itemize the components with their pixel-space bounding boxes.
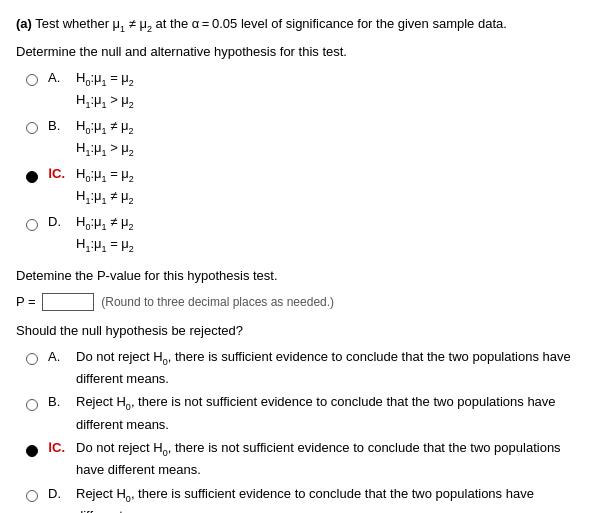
- p-value-input[interactable]: [42, 293, 94, 311]
- label-col-b: B.: [48, 116, 76, 136]
- h0-c: H0:μ1 = μ2: [76, 164, 582, 186]
- null-reject-label-text: Should the null hypothesis be rejected?: [16, 323, 243, 338]
- null-radio-col-d[interactable]: [26, 484, 48, 506]
- null-option-c[interactable]: ⅠC. Do not reject H0, there is not suffi…: [26, 438, 582, 480]
- radio-a[interactable]: [26, 74, 38, 86]
- null-radio-col-a[interactable]: [26, 347, 48, 369]
- p-value-label-text: Detemine the P-value for this hypothesis…: [16, 268, 278, 283]
- null-content-a: Do not reject H0, there is sufficient ev…: [76, 347, 582, 389]
- option-content-b: H0:μ1 ≠ μ2 H1:μ1 > μ2: [76, 116, 582, 160]
- null-option-d[interactable]: D. Reject H0, there is sufficient eviden…: [26, 484, 582, 513]
- h1-b: H1:μ1 > μ2: [76, 138, 582, 160]
- null-content-d: Reject H0, there is sufficient evidence …: [76, 484, 582, 513]
- null-label-col-a: A.: [48, 347, 76, 367]
- h1-a: H1:μ1 > μ2: [76, 90, 582, 112]
- p-value-round-note: (Round to three decimal places as needed…: [101, 293, 334, 311]
- p-value-section: Detemine the P-value for this hypothesis…: [16, 266, 582, 311]
- option-content-d: H0:μ1 ≠ μ2 H1:μ1 = μ2: [76, 212, 582, 256]
- null-radio-a[interactable]: [26, 353, 38, 365]
- null-content-b: Reject H0, there is not sufficient evide…: [76, 392, 582, 434]
- h1-c: H1:μ1 ≠ μ2: [76, 186, 582, 208]
- null-radio-col-b[interactable]: [26, 392, 48, 414]
- null-text-d: Reject H0, there is sufficient evidence …: [76, 486, 534, 513]
- null-option-label-d: D.: [48, 486, 61, 501]
- null-label-col-c: ⅠC.: [48, 438, 76, 458]
- null-radio-c[interactable]: [26, 445, 38, 457]
- option-content-c: H0:μ1 = μ2 H1:μ1 ≠ μ2: [76, 164, 582, 208]
- label-col-c: ⅠC.: [48, 164, 76, 184]
- p-eq-label: P =: [16, 292, 39, 312]
- option-label-d: D.: [48, 214, 61, 229]
- null-text-a: Do not reject H0, there is sufficient ev…: [76, 349, 571, 386]
- hypothesis-option-b[interactable]: B. H0:μ1 ≠ μ2 H1:μ1 > μ2: [26, 116, 582, 160]
- radio-c[interactable]: [26, 171, 38, 183]
- null-option-b[interactable]: B. Reject H0, there is not sufficient ev…: [26, 392, 582, 434]
- radio-col-c[interactable]: [26, 164, 48, 186]
- null-options: A. Do not reject H0, there is sufficient…: [26, 347, 582, 513]
- option-label-b: B.: [48, 118, 60, 133]
- part-a-sub: Determine the null and alternative hypot…: [16, 42, 582, 62]
- hypothesis-option-d[interactable]: D. H0:μ1 ≠ μ2 H1:μ1 = μ2: [26, 212, 582, 256]
- part-a-intro-text: (a) Test whether μ1 ≠ μ2 at the α = 0.05…: [16, 16, 507, 31]
- null-radio-col-c[interactable]: [26, 438, 48, 460]
- part-a-sub-text: Determine the null and alternative hypot…: [16, 44, 347, 59]
- label-col-a: A.: [48, 68, 76, 88]
- null-radio-d[interactable]: [26, 490, 38, 502]
- option-label-a: A.: [48, 70, 60, 85]
- h0-a: H0:μ1 = μ2: [76, 68, 582, 90]
- null-content-c: Do not reject H0, there is not sufficien…: [76, 438, 582, 480]
- null-option-label-a: A.: [48, 349, 60, 364]
- null-label-col-d: D.: [48, 484, 76, 504]
- null-reject-label: Should the null hypothesis be rejected?: [16, 321, 582, 341]
- radio-col-d[interactable]: [26, 212, 48, 234]
- h0-b: H0:μ1 ≠ μ2: [76, 116, 582, 138]
- part-a-intro: (a) Test whether μ1 ≠ μ2 at the α = 0.05…: [16, 14, 582, 36]
- option-content-a: H0:μ1 = μ2 H1:μ1 > μ2: [76, 68, 582, 112]
- part-a-section: (a) Test whether μ1 ≠ μ2 at the α = 0.05…: [16, 14, 582, 256]
- label-col-d: D.: [48, 212, 76, 232]
- radio-b[interactable]: [26, 122, 38, 134]
- h0-d: H0:μ1 ≠ μ2: [76, 212, 582, 234]
- hypothesis-options: A. H0:μ1 = μ2 H1:μ1 > μ2 B. H0:μ1 ≠ μ2 H…: [26, 68, 582, 257]
- null-text-c: Do not reject H0, there is not sufficien…: [76, 440, 561, 477]
- null-label-col-b: B.: [48, 392, 76, 412]
- h1-d: H1:μ1 = μ2: [76, 234, 582, 256]
- null-text-b: Reject H0, there is not sufficient evide…: [76, 394, 556, 431]
- hypothesis-option-c[interactable]: ⅠC. H0:μ1 = μ2 H1:μ1 ≠ μ2: [26, 164, 582, 208]
- null-correct-marker-c: ⅠC.: [48, 440, 65, 455]
- null-option-a[interactable]: A. Do not reject H0, there is sufficient…: [26, 347, 582, 389]
- null-option-label-b: B.: [48, 394, 60, 409]
- p-value-label: Detemine the P-value for this hypothesis…: [16, 266, 582, 286]
- p-value-row: P = (Round to three decimal places as ne…: [16, 292, 582, 312]
- radio-col-b[interactable]: [26, 116, 48, 138]
- correct-marker-c: ⅠC.: [48, 166, 65, 181]
- null-reject-section: Should the null hypothesis be rejected? …: [16, 321, 582, 513]
- radio-col-a[interactable]: [26, 68, 48, 90]
- null-radio-b[interactable]: [26, 399, 38, 411]
- hypothesis-option-a[interactable]: A. H0:μ1 = μ2 H1:μ1 > μ2: [26, 68, 582, 112]
- radio-d[interactable]: [26, 219, 38, 231]
